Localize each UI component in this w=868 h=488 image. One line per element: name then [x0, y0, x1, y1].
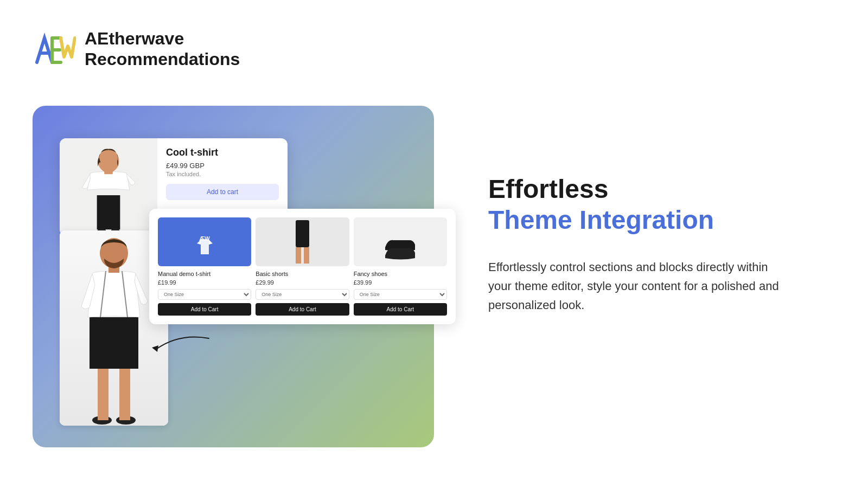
svg-rect-21 [296, 247, 301, 264]
rec-tshirt-size-select[interactable]: One Size S M L [158, 289, 251, 300]
rec-shoes-name: Fancy shoes [354, 271, 447, 277]
feature-headline-black: Effortless [488, 174, 814, 205]
rec-shorts-size-select[interactable]: One Size S M L [256, 289, 349, 300]
svg-rect-1 [97, 195, 120, 229]
feature-description: Effortlessly control sections and blocks… [488, 258, 792, 315]
rec-tshirt-name: Manual demo t-shirt [158, 271, 251, 277]
feature-headline-blue: Theme Integration [488, 204, 814, 236]
rec-tshirt-add-button[interactable]: Add to Cart [158, 303, 251, 316]
rec-shoes-image [354, 217, 447, 266]
main-product-price: £49.99 GBP [166, 162, 279, 170]
rec-shoes-add-button[interactable]: Add to Cart [354, 303, 447, 316]
svg-marker-16 [152, 345, 158, 352]
rec-shorts-price: £29.99 [256, 279, 349, 286]
svg-rect-20 [296, 220, 309, 247]
rec-product-tshirt: ÆW Manual demo t-shirt £19.99 One Size S… [158, 217, 251, 316]
rec-tshirt-image: ÆW [158, 217, 251, 266]
logo-area: AEtherwave Recommendations [33, 27, 240, 70]
rec-shorts-name: Basic shorts [256, 271, 349, 277]
gradient-background-card: Cool t-shirt £49.99 GBP Tax included. Ad… [33, 106, 434, 447]
rec-shorts-image [256, 217, 349, 266]
logo-text: AEtherwave Recommendations [85, 28, 240, 70]
svg-point-3 [98, 149, 119, 172]
logo-name: AEtherwave Recommendations [85, 28, 240, 70]
arrow-indicator [152, 330, 212, 359]
main-product-name: Cool t-shirt [166, 147, 279, 158]
rec-shorts-add-button[interactable]: Add to Cart [256, 303, 349, 316]
right-section: Effortless Theme Integration Effortlessl… [434, 0, 868, 488]
rec-tshirt-price: £19.99 [158, 279, 251, 286]
rec-product-shoes: Fancy shoes £39.99 One Size 38 40 42 Add… [354, 217, 447, 316]
left-section: AEtherwave Recommendations [0, 0, 434, 488]
svg-rect-22 [304, 247, 309, 264]
rec-products-list: ÆW Manual demo t-shirt £19.99 One Size S… [158, 217, 447, 316]
brand-logo-icon [33, 27, 76, 70]
svg-rect-11 [119, 366, 130, 420]
svg-rect-10 [98, 366, 108, 420]
recommendations-panel: ÆW Manual demo t-shirt £19.99 One Size S… [149, 209, 456, 324]
main-product-tax: Tax included. [166, 171, 279, 177]
rec-product-shorts: Basic shorts £29.99 One Size S M L Add t… [256, 217, 349, 316]
main-add-to-cart-button[interactable]: Add to cart [166, 184, 279, 200]
rec-shoes-size-select[interactable]: One Size 38 40 42 [354, 289, 447, 300]
rec-shoes-price: £39.99 [354, 279, 447, 286]
main-product-image [60, 138, 157, 236]
